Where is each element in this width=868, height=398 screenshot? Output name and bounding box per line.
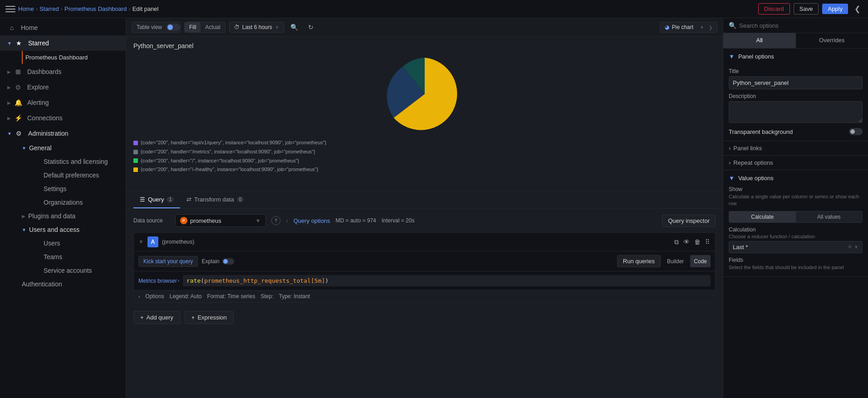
query-text-input[interactable]: rate(prometheus_http_requests_total[5m]) (183, 275, 711, 286)
apply-button[interactable]: Apply (822, 4, 848, 14)
explain-toggle[interactable] (222, 258, 234, 265)
tab-all[interactable]: All (723, 33, 796, 48)
options-row[interactable]: › Options Legend: Auto Format: Time seri… (134, 290, 715, 302)
sidebar-item-connections[interactable]: ▶ ⚡ Connections (0, 110, 126, 126)
calculation-select[interactable]: Last * ✕ ▼ (729, 241, 863, 253)
legend-item-2: {code="200", handler="/", instance="loca… (133, 157, 716, 166)
sidebar-item-dashboards[interactable]: ▶ ⊞ Dashboards (0, 64, 126, 79)
data-source-row: Data source P prometheus ▼ ? › Query opt… (133, 214, 716, 227)
sidebar-label-prefs: Default preferences (44, 172, 118, 179)
panel-links-section[interactable]: › Panel links (723, 141, 868, 156)
table-view-switch[interactable] (167, 24, 180, 31)
table-view-toggle[interactable]: Table view (132, 22, 181, 33)
discard-button[interactable]: Discard (758, 3, 790, 15)
add-query-label: Add query (147, 314, 173, 321)
sidebar-item-prefs[interactable]: Default preferences (22, 168, 126, 182)
sidebar-item-starred[interactable]: ▼ ★ Starred (0, 35, 126, 51)
tab-query[interactable]: ☰ Query 1 (133, 192, 180, 208)
run-queries-button[interactable]: Run queries (617, 255, 661, 267)
query-eye-button[interactable]: 👁 (682, 237, 691, 246)
breadcrumb-home[interactable]: Home (18, 5, 34, 12)
sidebar-item-plugins[interactable]: ▶ Plugins and data (15, 209, 126, 223)
sidebar-item-teams[interactable]: Teams (22, 250, 126, 264)
info-icon[interactable]: ? (271, 216, 280, 225)
query-inspector-button[interactable]: Query inspector (662, 215, 716, 227)
chart-panel: Python_server_panel (126, 37, 723, 191)
sidebar: ⌂ Home ▼ ★ Starred Prometheus Dashboard … (0, 18, 126, 398)
show-field-label: Show (729, 186, 863, 192)
sidebar-item-prometheus-dashboard[interactable]: Prometheus Dashboard (22, 51, 126, 64)
transparent-bg-toggle[interactable] (849, 128, 863, 135)
zoom-out-button[interactable]: 🔍 (288, 21, 301, 34)
options-tabs: All Overrides (723, 33, 868, 49)
breadcrumb-dashboard[interactable]: Prometheus Dashboard (64, 5, 127, 12)
admin-icon: ⚙ (15, 129, 24, 138)
meta-md: MD = auto = 974 (336, 217, 376, 224)
calculation-clear-icon[interactable]: ✕ (848, 244, 852, 250)
hamburger-menu[interactable] (5, 4, 15, 14)
sidebar-label-explore: Explore (27, 84, 118, 91)
sidebar-label-connections: Connections (27, 114, 118, 122)
value-options-header[interactable]: ▼ Value options (723, 170, 868, 186)
time-range-chevron: ▼ (275, 25, 280, 30)
calculate-btn[interactable]: Calculate (729, 211, 796, 222)
explain-row: Explain (201, 258, 234, 265)
plus-icon-expr: + (191, 314, 195, 321)
sidebar-label-organizations: Organizations (44, 199, 118, 206)
panel-options-header[interactable]: ▼ Panel options (723, 49, 868, 64)
sidebar-item-administration[interactable]: ▼ ⚙ Administration (0, 126, 126, 141)
sidebar-item-users-access[interactable]: ▼ Users and access (15, 223, 126, 236)
topbar-left: Home › Starred › Prometheus Dashboard › … (5, 4, 755, 14)
query-builder: Data source P prometheus ▼ ? › Query opt… (126, 209, 723, 398)
query-options-btn[interactable]: Query options (294, 217, 330, 224)
query-copy-button[interactable]: ⧉ (673, 237, 680, 247)
search-options-input[interactable] (739, 22, 863, 29)
metrics-browser-btn[interactable]: Metrics browser › (138, 278, 179, 284)
breadcrumb-starred[interactable]: Starred (39, 5, 59, 12)
kick-start-button[interactable]: Kick start your query (138, 256, 198, 267)
time-range-picker[interactable]: ⏱ Last 6 hours ▼ (229, 22, 284, 33)
fill-tab[interactable]: Fill (185, 22, 201, 32)
add-expression-button[interactable]: + Expression (185, 311, 234, 324)
fill-actual-group[interactable]: Fill Actual (184, 22, 226, 33)
value-options-content: Show Calculate a single value per column… (723, 186, 868, 276)
sidebar-item-general[interactable]: ▼ General (15, 141, 126, 155)
query-row-a: ▼ A (prometheus) ⧉ 👁 🗑 ⠿ Kick start your… (133, 232, 716, 303)
viz-expand[interactable]: ❯ (709, 25, 712, 30)
save-button[interactable]: Save (794, 3, 819, 15)
visualization-picker[interactable]: ◕ Pie chart ▼ ❯ (660, 22, 717, 33)
pie-chart-svg (379, 53, 470, 135)
actual-tab[interactable]: Actual (201, 22, 225, 32)
legend-text-3: {code="200", handler="/-/healthy", insta… (141, 165, 318, 174)
sidebar-item-organizations[interactable]: Organizations (22, 196, 126, 209)
tab-overrides[interactable]: Overrides (796, 33, 868, 48)
sidebar-label-settings: Settings (44, 185, 118, 192)
query-collapse-chevron[interactable]: ▼ (138, 239, 144, 245)
sidebar-general-group: ▼ General Statistics and licensing Defau… (0, 141, 126, 209)
legend-color-2 (133, 158, 138, 163)
tab-transform[interactable]: ⇄ Transform data 0 (180, 192, 250, 208)
home-icon: ⌂ (7, 23, 16, 32)
panel-description-input[interactable] (729, 101, 863, 123)
topbar-actions: Discard Save Apply ❮ (758, 3, 863, 15)
sidebar-item-stats[interactable]: Statistics and licensing (22, 155, 126, 168)
collapse-button[interactable]: ❮ (852, 5, 863, 13)
refresh-button[interactable]: ↻ (304, 21, 317, 34)
builder-button[interactable]: Builder (663, 255, 687, 267)
sidebar-item-authentication[interactable]: Authentication (15, 277, 126, 291)
code-button[interactable]: Code (690, 255, 711, 267)
data-source-selector[interactable]: P prometheus ▼ (175, 214, 266, 227)
sidebar-item-users[interactable]: Users (22, 236, 126, 250)
query-delete-button[interactable]: 🗑 (693, 237, 701, 246)
sidebar-item-alerting[interactable]: ▶ 🔔 Alerting (0, 95, 126, 110)
sidebar-label-service-accounts: Service accounts (44, 267, 118, 274)
sidebar-item-service-accounts[interactable]: Service accounts (22, 264, 126, 277)
sidebar-item-explore[interactable]: ▶ ⊙ Explore (0, 79, 126, 95)
query-drag-button[interactable]: ⠿ (704, 237, 711, 246)
sidebar-item-settings[interactable]: Settings (22, 182, 126, 196)
panel-title-input[interactable] (729, 76, 863, 89)
all-values-btn[interactable]: All values (796, 211, 863, 222)
repeat-options-section[interactable]: › Repeat options (723, 156, 868, 170)
add-query-button[interactable]: + Add query (133, 311, 180, 324)
sidebar-item-home[interactable]: ⌂ Home (0, 20, 126, 35)
